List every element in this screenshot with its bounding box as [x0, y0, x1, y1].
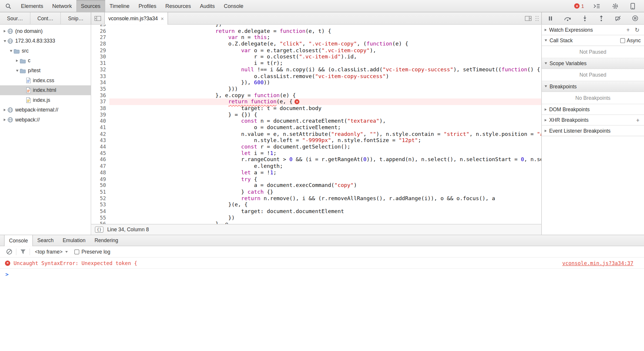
splitter-grip[interactable] [535, 12, 541, 24]
error-count[interactable]: × 1 [574, 3, 584, 9]
line-number-35[interactable]: 35 [91, 86, 109, 92]
code-lines[interactable]: }) return e.delegate = function(e, t) { … [109, 25, 541, 224]
sidebar-section-watch-expressions[interactable]: Watch Expressions+↻ [542, 25, 644, 35]
tree-item-src[interactable]: src [0, 46, 91, 56]
sidebar-section-call-stack[interactable]: Call StackAsync [542, 35, 644, 46]
pretty-print-icon[interactable]: {} [95, 227, 103, 233]
tree-item-webpack-internal[interactable]: webpack-internal:// [0, 105, 91, 115]
console-error-link[interactable]: vconsole.min.js?3a34:37 [562, 260, 633, 266]
nav-tab-snip[interactable]: Snip… [61, 12, 91, 24]
line-number-49[interactable]: 49 [91, 176, 109, 182]
tree-item-index-css[interactable]: index.css [0, 75, 91, 85]
tab-console[interactable]: Console [219, 0, 248, 12]
drawer-tab-search[interactable]: Search [33, 235, 58, 246]
sidebar-section-event-listener-breakpoints[interactable]: Event Listener Breakpoints [542, 126, 644, 136]
line-number-56[interactable]: 56 [91, 221, 109, 224]
frame-selector[interactable]: <top frame> [30, 249, 73, 255]
tree-item-172-30-4-83-3333[interactable]: 172.30.4.83:3333 [0, 36, 91, 46]
tab-network[interactable]: Network [48, 0, 76, 12]
drawer-tab-emulation[interactable]: Emulation [58, 235, 90, 246]
line-number-32[interactable]: 32 [91, 66, 109, 73]
sidebar-section-breakpoints[interactable]: Breakpoints [542, 81, 644, 92]
tab-sources[interactable]: Sources [76, 0, 105, 12]
clear-console-icon[interactable] [2, 248, 16, 255]
settings-gear-icon[interactable] [610, 3, 621, 9]
line-number-31[interactable]: 31 [91, 60, 109, 66]
tab-resources[interactable]: Resources [161, 0, 195, 12]
tree-item-webpack[interactable]: webpack:// [0, 115, 91, 125]
line-number-46[interactable]: 46 [91, 156, 109, 163]
pause-on-exceptions-button[interactable] [632, 15, 638, 21]
tab-audits[interactable]: Audits [195, 0, 219, 12]
line-number-36[interactable]: 36 [91, 92, 109, 99]
nav-tab-sour[interactable]: Sour… [0, 12, 30, 24]
tree-item-index-js[interactable]: index.js [0, 95, 91, 105]
code-viewport[interactable]: 2526272829303132333435363738394041424344… [91, 25, 541, 224]
preserve-log-input[interactable] [75, 249, 80, 254]
async-checkbox[interactable]: Async [620, 38, 641, 43]
tab-profiles[interactable]: Profiles [134, 0, 161, 12]
filter-icon[interactable] [16, 248, 30, 255]
refresh-icon[interactable]: ↻ [633, 27, 641, 33]
plus-icon[interactable]: + [635, 117, 641, 123]
line-number-25[interactable]: 25 [91, 25, 109, 28]
line-number-39[interactable]: 39 [91, 112, 109, 118]
line-number-48[interactable]: 48 [91, 169, 109, 176]
nav-tab-cont[interactable]: Cont… [30, 12, 61, 24]
drawer-tab-rendering[interactable]: Rendering [90, 235, 123, 246]
step-into-button[interactable] [582, 15, 588, 21]
device-mode-icon[interactable] [628, 3, 638, 9]
line-number-33[interactable]: 33 [91, 73, 109, 79]
plus-icon[interactable]: + [625, 27, 631, 33]
tree-item-no-domain[interactable]: (no domain) [0, 26, 91, 36]
pause-button[interactable] [548, 15, 554, 21]
deactivate-breakpoints-button[interactable] [615, 15, 621, 21]
tree-label: webpack:// [15, 117, 40, 123]
sidebar-section-xhr-breakpoints[interactable]: XHR Breakpoints+ [542, 115, 644, 125]
sidebar-section-scope-variables[interactable]: Scope Variables [542, 58, 644, 69]
tab-elements[interactable]: Elements [16, 0, 48, 12]
async-checkbox-input[interactable] [620, 38, 625, 43]
line-number-34[interactable]: 34 [91, 79, 109, 86]
line-number-44[interactable]: 44 [91, 144, 109, 150]
panel-toggle-icon[interactable] [521, 12, 535, 24]
line-number-38[interactable]: 38 [91, 105, 109, 112]
line-number-29[interactable]: 29 [91, 47, 109, 53]
preserve-log-checkbox[interactable]: Preserve log [73, 249, 110, 255]
line-number-45[interactable]: 45 [91, 150, 109, 156]
line-number-27[interactable]: 27 [91, 34, 109, 41]
line-number-30[interactable]: 30 [91, 53, 109, 60]
line-number-43[interactable]: 43 [91, 137, 109, 144]
code-line-50: a = document.execCommand("copy") [109, 182, 541, 189]
line-number-50[interactable]: 50 [91, 182, 109, 189]
line-number-51[interactable]: 51 [91, 189, 109, 195]
step-out-button[interactable] [598, 15, 604, 21]
line-number-41[interactable]: 41 [91, 124, 109, 131]
line-number-40[interactable]: 40 [91, 118, 109, 124]
line-number-53[interactable]: 53 [91, 202, 109, 208]
line-number-28[interactable]: 28 [91, 41, 109, 47]
drawer-tab-console[interactable]: Console [4, 235, 33, 246]
tab-timeline[interactable]: Timeline [105, 0, 134, 12]
console-drawer-icon[interactable] [591, 4, 603, 9]
sidebar-section-dom-breakpoints[interactable]: DOM Breakpoints [542, 104, 644, 115]
file-tab[interactable]: vconsole.min.js?3a34 × [104, 12, 168, 25]
tree-item-c[interactable]: c [0, 56, 91, 66]
line-number-52[interactable]: 52 [91, 195, 109, 202]
tree-item-index-html[interactable]: index.html [0, 85, 91, 95]
line-number-55[interactable]: 55 [91, 215, 109, 221]
line-number-54[interactable]: 54 [91, 208, 109, 215]
tab-close-icon[interactable]: × [161, 16, 164, 21]
folder-icon [20, 68, 26, 73]
console-prompt[interactable]: > [0, 269, 644, 279]
inspect-element-icon[interactable] [0, 0, 16, 12]
line-number-37[interactable]: 37 [91, 99, 109, 105]
line-number-47[interactable]: 47 [91, 163, 109, 169]
line-number-42[interactable]: 42 [91, 131, 109, 137]
tree-item-p-test[interactable]: p/test [0, 66, 91, 76]
gutter[interactable]: 2526272829303132333435363738394041424344… [91, 25, 109, 224]
line-number-26[interactable]: 26 [91, 28, 109, 34]
step-over-button[interactable] [564, 15, 571, 21]
navigator-toggle-icon[interactable] [91, 12, 104, 24]
editor[interactable]: 2526272829303132333435363738394041424344… [91, 25, 541, 235]
